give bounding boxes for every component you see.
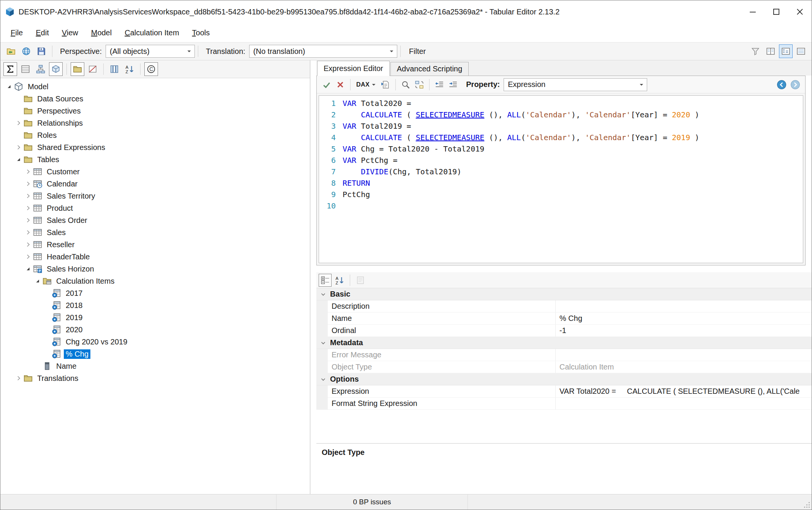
property-dropdown[interactable]: Expression [504, 78, 647, 91]
tree-item-customer[interactable]: Customer [0, 166, 310, 178]
view-list-icon[interactable] [794, 44, 808, 58]
perspective-dropdown[interactable]: (All objects) [106, 45, 195, 58]
chevron-collapsed-icon[interactable] [23, 253, 33, 260]
menu-item-view[interactable]: View [55, 28, 85, 37]
view-split-icon[interactable] [764, 44, 777, 58]
outdent-icon[interactable] [433, 78, 446, 91]
chevron-collapsed-icon[interactable] [23, 241, 33, 248]
property-value[interactable] [556, 398, 812, 410]
tree-item-chg-2020-vs-2019[interactable]: Chg 2020 vs 2019 [0, 336, 310, 348]
tab-advanced-scripting[interactable]: Advanced Scripting [390, 62, 469, 76]
property-row-format-string-expression[interactable]: Format String Expression [316, 398, 812, 410]
menu-item-edit[interactable]: Edit [29, 28, 55, 37]
tree-item-perspectives[interactable]: Perspectives [0, 105, 310, 117]
tree-item-2018[interactable]: 2018 [0, 299, 310, 311]
translation-dropdown[interactable]: (No translation) [249, 45, 397, 58]
tree-item-sales-horizon[interactable]: Sales Horizon [0, 263, 310, 275]
open-model-icon[interactable] [4, 44, 18, 58]
property-row-expression[interactable]: ExpressionVAR Total2020 = CALCULATE ( SE… [316, 385, 812, 398]
menu-item-file[interactable]: File [4, 28, 29, 37]
chevron-expanded-icon[interactable] [23, 265, 33, 272]
tree-item-chg[interactable]: % Chg [0, 348, 310, 360]
property-value[interactable]: -1 [556, 325, 812, 337]
dax-expression-editor[interactable]: 12345678910 VAR Total2020 = CALCULATE ( … [319, 95, 803, 263]
tree-item-relationships[interactable]: Relationships [0, 117, 310, 129]
property-row-name[interactable]: Name% Chg [316, 313, 812, 325]
chevron-collapsed-icon[interactable] [23, 229, 33, 236]
tree-item-model[interactable]: Model [0, 81, 310, 93]
property-value[interactable] [556, 300, 812, 313]
validate-check-icon[interactable] [320, 78, 333, 91]
cube-icon[interactable] [49, 62, 63, 76]
property-row-ordinal[interactable]: Ordinal-1 [316, 325, 812, 337]
dax-menu-button[interactable]: DAX [354, 78, 379, 91]
deploy-icon[interactable] [19, 44, 33, 58]
property-row-description[interactable]: Description [316, 300, 812, 313]
categorized-icon[interactable] [319, 274, 332, 287]
table-list-icon[interactable] [19, 62, 32, 76]
tree-item-name[interactable]: Name [0, 360, 310, 372]
tree-item-2017[interactable]: 2017 [0, 287, 310, 299]
filter-funnel-icon[interactable] [749, 44, 762, 58]
tree-item-sales-order[interactable]: Sales Order [0, 214, 310, 226]
chevron-collapsed-icon[interactable] [23, 180, 33, 187]
tree-item-translations[interactable]: Translations [0, 372, 310, 384]
property-value[interactable]: % Chg [556, 313, 812, 325]
tree-item-shared-expressions[interactable]: Shared Expressions [0, 141, 310, 153]
cancel-cross-icon[interactable] [334, 78, 347, 91]
sort-az-icon[interactable]: AZ [123, 62, 136, 76]
close-button[interactable] [788, 0, 812, 23]
forward-nav-icon[interactable] [789, 78, 802, 91]
chevron-collapsed-icon[interactable] [23, 205, 33, 212]
tree-item-reseller[interactable]: Reseller [0, 238, 310, 251]
tree-item-2020[interactable]: 2020 [0, 324, 310, 336]
tab-expression-editor[interactable]: Expression Editor [317, 61, 390, 76]
tree-item-sales-territory[interactable]: Sales Territory [0, 190, 310, 202]
hierarchy-icon[interactable] [34, 62, 47, 76]
property-value[interactable]: VAR Total2020 = CALCULATE ( SELECTEDMEAS… [556, 385, 812, 398]
property-row-object-type[interactable]: Object TypeCalculation Item [316, 361, 812, 373]
property-category-options[interactable]: Options [316, 373, 812, 385]
tree-item-roles[interactable]: Roles [0, 129, 310, 141]
view-tree-icon[interactable] [779, 44, 793, 58]
find-icon[interactable] [399, 78, 412, 91]
vertical-splitter[interactable] [310, 60, 316, 494]
tree-item-calendar[interactable]: Calendar [0, 178, 310, 190]
chevron-collapsed-icon[interactable] [14, 375, 24, 382]
tree-item-sales[interactable]: Sales [0, 226, 310, 238]
back-nav-icon[interactable] [775, 78, 788, 91]
indent-icon[interactable] [447, 78, 460, 91]
property-value[interactable]: Calculation Item [556, 361, 812, 373]
horizontal-splitter[interactable] [316, 265, 812, 272]
tree-item-product[interactable]: Product [0, 202, 310, 214]
save-icon[interactable] [35, 44, 48, 58]
property-category-basic[interactable]: Basic [316, 288, 812, 300]
hide-empty-icon[interactable] [86, 62, 100, 76]
property-category-metadata[interactable]: Metadata [316, 337, 812, 349]
chevron-collapsed-icon[interactable] [14, 120, 24, 126]
columns-icon[interactable] [107, 62, 121, 76]
code-area[interactable]: VAR Total2020 = CALCULATE ( SELECTEDMEAS… [340, 96, 803, 263]
chevron-collapsed-icon[interactable] [14, 144, 24, 151]
tree-item-2019[interactable]: 2019 [0, 311, 310, 324]
resize-grip[interactable] [803, 501, 810, 508]
format-dax-icon[interactable] [379, 78, 392, 91]
tree-item-data-sources[interactable]: Data Sources [0, 93, 310, 105]
tree-item-tables[interactable]: Tables [0, 153, 310, 166]
chevron-collapsed-icon[interactable] [23, 193, 33, 199]
chevron-expanded-icon[interactable] [14, 156, 24, 163]
maximize-button[interactable] [765, 0, 788, 23]
sigma-icon[interactable] [3, 62, 17, 76]
chevron-collapsed-icon[interactable] [23, 217, 33, 224]
minimize-button[interactable] [741, 0, 765, 23]
tree-item-calculation-items[interactable]: Calculation Items [0, 275, 310, 287]
chevron-expanded-icon[interactable] [33, 278, 43, 284]
property-value[interactable] [556, 349, 812, 361]
menu-item-tools[interactable]: Tools [186, 28, 216, 37]
menu-item-model[interactable]: Model [85, 28, 118, 37]
filter-input[interactable]: Filter [409, 47, 426, 56]
menu-item-calculation-item[interactable]: Calculation Item [118, 28, 185, 37]
chevron-expanded-icon[interactable] [4, 83, 14, 90]
tree-item-headertable[interactable]: HeaderTable [0, 251, 310, 263]
sort-az-icon[interactable]: AZ [333, 274, 346, 287]
